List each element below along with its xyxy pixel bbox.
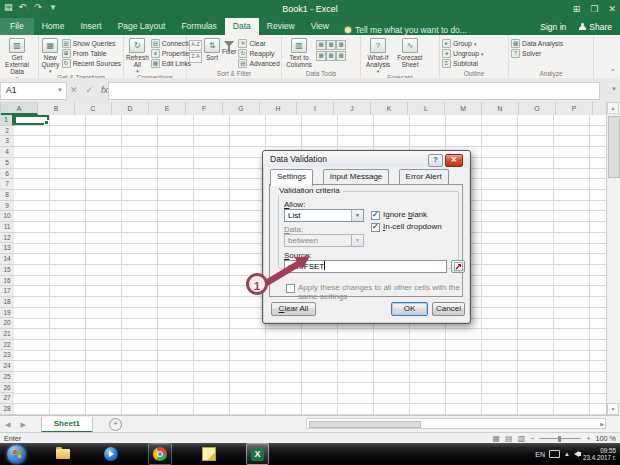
from-table-button[interactable]: ⊞From Table	[62, 49, 121, 58]
row-header-15[interactable]: 15	[0, 265, 14, 276]
data-analysis-button[interactable]: ▦Data Analysis	[511, 39, 563, 48]
tray-expand-icon[interactable]: ▲	[564, 451, 570, 457]
consolidate-icon[interactable]: ▦	[316, 51, 326, 61]
view-page-layout-icon[interactable]: ▤	[505, 434, 513, 444]
ignore-blank-checkbox[interactable]	[371, 211, 380, 220]
column-header-F[interactable]: F	[186, 102, 223, 115]
confirm-entry-icon[interactable]: ✓	[86, 85, 94, 95]
row-header-17[interactable]: 17	[0, 286, 14, 297]
vertical-scroll-thumb[interactable]	[608, 116, 620, 178]
row-header-28[interactable]: 28	[0, 404, 14, 415]
column-header-O[interactable]: O	[519, 102, 556, 115]
refresh-all-button[interactable]: ↻Refresh All▾	[126, 37, 149, 73]
row-header-12[interactable]: 12	[0, 233, 14, 244]
dialog-close-icon[interactable]: ✕	[445, 154, 463, 167]
column-header-M[interactable]: M	[445, 102, 482, 115]
column-header-L[interactable]: L	[408, 102, 445, 115]
ok-button[interactable]: OK	[391, 302, 428, 316]
row-header-25[interactable]: 25	[0, 372, 14, 383]
row-header-10[interactable]: 10	[0, 211, 14, 222]
row-header-22[interactable]: 22	[0, 340, 14, 351]
allow-dropdown-icon[interactable]: ▼	[351, 210, 363, 221]
zoom-level[interactable]: 100 %	[596, 434, 616, 443]
text-to-columns-button[interactable]: ▥Text to Columns	[284, 37, 314, 68]
row-header-6[interactable]: 6	[0, 169, 14, 180]
ribbon-tab-review[interactable]: Review	[259, 18, 303, 35]
taskbar-media-player-button[interactable]	[100, 444, 122, 464]
taskbar-chrome-button[interactable]	[148, 443, 172, 465]
forecast-sheet-button[interactable]: ∿Forecast Sheet	[395, 37, 425, 68]
row-header-2[interactable]: 2	[0, 126, 14, 137]
solver-button[interactable]: ?Solver	[511, 49, 563, 58]
clear-all-button[interactable]: Clear All	[271, 302, 316, 316]
selected-cell[interactable]	[14, 115, 49, 125]
column-header-P[interactable]: P	[556, 102, 593, 115]
name-box-dropdown-icon[interactable]: ▼	[57, 83, 63, 98]
row-header-16[interactable]: 16	[0, 276, 14, 287]
manage-data-model-icon[interactable]: ▦	[336, 51, 346, 61]
formula-input[interactable]	[108, 82, 600, 100]
ribbon-tab-home[interactable]: Home	[34, 18, 73, 35]
select-all-corner[interactable]	[0, 102, 1, 115]
reapply-button[interactable]: ↻Reapply	[238, 49, 279, 58]
row-header-27[interactable]: 27	[0, 393, 14, 404]
sheet-nav-left-icon[interactable]: ◀	[0, 421, 15, 429]
column-header-J[interactable]: J	[334, 102, 371, 115]
column-header-A[interactable]: A	[1, 102, 38, 115]
horizontal-scrollbar[interactable]: ▶	[306, 418, 606, 429]
column-header-D[interactable]: D	[112, 102, 149, 115]
group-button[interactable]: ▸Group▾	[442, 39, 484, 48]
dialog-tab-input-message[interactable]: Input Message	[323, 169, 389, 185]
new-query-button[interactable]: ▦New Query▾	[41, 37, 60, 73]
ribbon-tab-file[interactable]: File	[0, 18, 34, 35]
data-validation-icon[interactable]: ▦	[336, 40, 346, 50]
filter-button[interactable]: Filter	[222, 37, 236, 55]
taskbar-excel-button[interactable]: X	[246, 443, 269, 465]
view-normal-icon[interactable]: ▦	[493, 434, 501, 444]
cancel-entry-icon[interactable]: ✕	[70, 85, 78, 95]
ribbon-tab-view[interactable]: View	[303, 18, 337, 35]
start-button[interactable]	[7, 445, 26, 464]
column-header-G[interactable]: G	[223, 102, 260, 115]
ribbon-tab-data[interactable]: Data	[225, 18, 259, 35]
sheet-nav-right-icon[interactable]: ▶	[15, 421, 30, 429]
tell-me-box[interactable]: Tell me what you want to do...	[337, 25, 467, 35]
share-button[interactable]: Share	[572, 19, 618, 34]
allow-combobox[interactable]: List ▼	[284, 209, 364, 222]
row-header-23[interactable]: 23	[0, 350, 14, 361]
relationships-icon[interactable]: ▦	[326, 51, 336, 61]
row-header-18[interactable]: 18	[0, 297, 14, 308]
ribbon-options-icon[interactable]: ⊞	[573, 4, 581, 14]
cancel-button[interactable]: Cancel	[432, 302, 465, 316]
keyboard-icon[interactable]	[549, 450, 560, 458]
column-header-E[interactable]: E	[149, 102, 186, 115]
expand-formula-bar-icon[interactable]: ▼	[611, 86, 617, 92]
new-sheet-icon[interactable]: +	[109, 418, 122, 431]
in-cell-dropdown-checkbox[interactable]	[371, 223, 380, 232]
subtotal-button[interactable]: ΣSubtotal	[442, 59, 484, 68]
row-header-24[interactable]: 24	[0, 361, 14, 372]
name-box[interactable]: A1 ▼	[0, 82, 67, 100]
sort-az-icon[interactable]: A↓Z	[189, 40, 202, 51]
sort-button[interactable]: ⇅Sort	[204, 37, 220, 61]
column-header-H[interactable]: H	[260, 102, 297, 115]
flash-fill-icon[interactable]: ▦	[316, 40, 326, 50]
row-header-11[interactable]: 11	[0, 222, 14, 233]
scroll-up-icon[interactable]: ▲	[607, 102, 619, 114]
row-header-5[interactable]: 5	[0, 158, 14, 169]
zoom-slider-thumb[interactable]	[558, 436, 561, 442]
row-header-9[interactable]: 9	[0, 201, 14, 212]
row-header-13[interactable]: 13	[0, 243, 14, 254]
scroll-down-icon[interactable]: ▼	[607, 403, 619, 415]
column-header-C[interactable]: C	[75, 102, 112, 115]
row-header-8[interactable]: 8	[0, 190, 14, 201]
row-header-21[interactable]: 21	[0, 329, 14, 340]
recent-sources-button[interactable]: ↻Recent Sources	[62, 59, 121, 68]
horizontal-scroll-thumb[interactable]	[309, 421, 421, 428]
ribbon-tab-page-layout[interactable]: Page Layout	[110, 18, 174, 35]
get-external-data-button[interactable]: ▥Get External Data▾	[2, 37, 32, 80]
dialog-help-icon[interactable]: ?	[428, 154, 443, 167]
column-header-N[interactable]: N	[482, 102, 519, 115]
remove-duplicates-icon[interactable]: ▦	[326, 40, 336, 50]
collapse-dialog-button[interactable]	[451, 260, 465, 273]
